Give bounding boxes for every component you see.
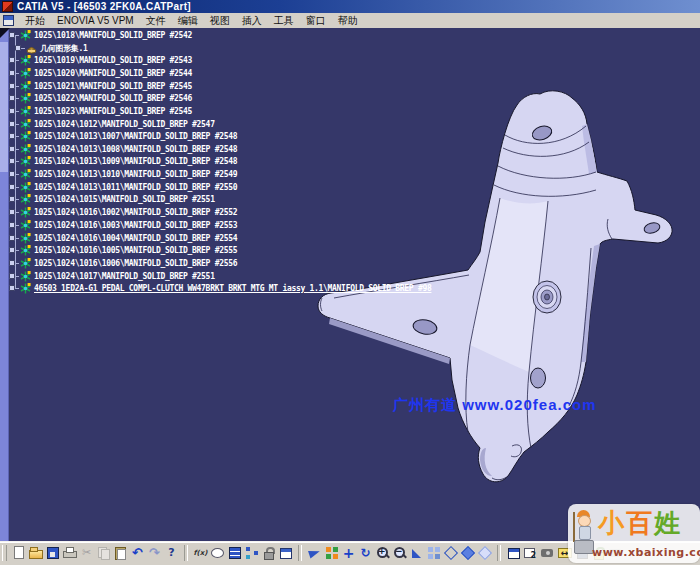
- tree-item[interactable]: 几何图形集.1: [18, 42, 88, 54]
- tree-item[interactable]: 1025\1024\1013\1008\MANIFOLD_SOLID_BREP …: [12, 143, 237, 155]
- tree-item-label: 1025\1024\1017\MANIFOLD_SOLID_BREP #2551: [34, 272, 215, 281]
- 3d-viewport[interactable]: 1025\1018\MANIFOLD_SOLID_BREP #2542 几何图形…: [0, 28, 700, 541]
- wireframe-view-icon[interactable]: [477, 545, 492, 560]
- cut-icon[interactable]: ✂: [79, 545, 94, 560]
- tree-item[interactable]: 1025\1024\1017\MANIFOLD_SOLID_BREP #2551: [12, 270, 215, 282]
- menu-view[interactable]: 视图: [204, 13, 236, 29]
- menu-insert[interactable]: 插入: [236, 13, 268, 29]
- tree-branch[interactable]: [12, 111, 19, 112]
- tree-item-label: 1025\1021\MANIFOLD_SOLID_BREP #2545: [34, 82, 192, 91]
- tree-branch[interactable]: [12, 60, 19, 61]
- fly-mode-icon[interactable]: [307, 545, 322, 560]
- structure-tree-icon[interactable]: [244, 545, 259, 560]
- tree-item[interactable]: 1025\1020\MANIFOLD_SOLID_BREP #2544: [12, 67, 192, 79]
- tree-branch[interactable]: [12, 263, 19, 264]
- toolbar-separator: [298, 545, 302, 561]
- menu-window[interactable]: 窗口: [300, 13, 332, 29]
- fit-all-in-icon[interactable]: [324, 545, 339, 560]
- tree-item[interactable]: 1025\1018\MANIFOLD_SOLID_BREP #2542: [12, 29, 192, 41]
- solid-brep-icon: [20, 271, 31, 282]
- tree-branch[interactable]: [12, 124, 19, 125]
- tree-item[interactable]: 1025\1024\1016\1002\MANIFOLD_SOLID_BREP …: [12, 206, 237, 218]
- brand-url: www.xbaixing.com: [592, 546, 700, 559]
- tree-branch[interactable]: [18, 48, 25, 49]
- solid-brep-icon: [20, 106, 31, 117]
- redo-icon[interactable]: ↷: [147, 545, 162, 560]
- copy-icon[interactable]: [96, 545, 111, 560]
- tree-item[interactable]: 1025\1022\MANIFOLD_SOLID_BREP #2546: [12, 92, 192, 104]
- tree-item[interactable]: 1025\1019\MANIFOLD_SOLID_BREP #2543: [12, 54, 192, 66]
- tree-item[interactable]: 1025\1024\1016\1004\MANIFOLD_SOLID_BREP …: [12, 232, 237, 244]
- tree-branch[interactable]: [12, 187, 19, 188]
- tree-branch[interactable]: [12, 276, 19, 277]
- pan-icon[interactable]: +: [341, 545, 356, 560]
- tree-item-label: 46503 1ED2A-G1 PEDAL COMPL-CLUTCH WW47BR…: [34, 284, 431, 293]
- tree-item[interactable]: 1025\1024\1013\1010\MANIFOLD_SOLID_BREP …: [12, 168, 237, 180]
- tree-item[interactable]: 1025\1024\1013\1009\MANIFOLD_SOLID_BREP …: [12, 155, 237, 167]
- print-icon[interactable]: [62, 545, 77, 560]
- menu-tools[interactable]: 工具: [268, 13, 300, 29]
- tree-branch[interactable]: [12, 73, 19, 74]
- lock-gray-icon[interactable]: [261, 545, 276, 560]
- document-icon[interactable]: [3, 15, 14, 26]
- tree-branch[interactable]: [12, 161, 19, 162]
- tree-item[interactable]: 1025\1024\1016\1005\MANIFOLD_SOLID_BREP …: [12, 244, 237, 256]
- paste-icon[interactable]: [113, 545, 128, 560]
- tree-item[interactable]: 1025\1024\1016\1006\MANIFOLD_SOLID_BREP …: [12, 257, 237, 269]
- tree-item[interactable]: 1025\1024\1013\1011\MANIFOLD_SOLID_BREP …: [12, 181, 237, 193]
- solid-brep-icon: [20, 194, 31, 205]
- menu-enovia[interactable]: ENOVIA V5 VPM: [51, 14, 140, 27]
- whats-this-help-icon[interactable]: ?: [164, 545, 179, 560]
- tree-branch[interactable]: [12, 86, 19, 87]
- camera-icon[interactable]: [540, 545, 555, 560]
- new-window-icon[interactable]: [278, 545, 293, 560]
- window-view-icon[interactable]: [506, 545, 521, 560]
- menu-start[interactable]: 开始: [19, 13, 51, 29]
- tree-branch[interactable]: [12, 35, 19, 36]
- tree-item-label: 1025\1024\1013\1008\MANIFOLD_SOLID_BREP …: [34, 145, 237, 154]
- tree-item[interactable]: 1025\1024\1015\MANIFOLD_SOLID_BREP #2551: [12, 193, 215, 205]
- shaded-view-icon[interactable]: [460, 545, 475, 560]
- menu-help[interactable]: 帮助: [332, 13, 364, 29]
- tree-item[interactable]: 1025\1024\1016\1003\MANIFOLD_SOLID_BREP …: [12, 219, 237, 231]
- tree-branch[interactable]: [12, 238, 19, 239]
- tree-branch[interactable]: [12, 174, 19, 175]
- tree-branch[interactable]: [12, 225, 19, 226]
- isometric-view-icon[interactable]: [443, 545, 458, 560]
- save-icon[interactable]: [45, 545, 60, 560]
- chat-bubble-icon[interactable]: [210, 545, 225, 560]
- new-document-icon[interactable]: [11, 545, 26, 560]
- secondary-window-icon[interactable]: 2: [523, 545, 538, 560]
- tree-branch[interactable]: [12, 136, 19, 137]
- tree-item-label: 1025\1019\MANIFOLD_SOLID_BREP #2543: [34, 56, 192, 65]
- tree-item[interactable]: 1025\1024\1013\1007\MANIFOLD_SOLID_BREP …: [12, 130, 237, 142]
- tree-item-label: 1025\1023\MANIFOLD_SOLID_BREP #2545: [34, 107, 192, 116]
- tree-item[interactable]: 1025\1023\MANIFOLD_SOLID_BREP #2545: [12, 105, 192, 117]
- tree-branch[interactable]: [12, 250, 19, 251]
- zoom-in-icon[interactable]: +: [375, 545, 390, 560]
- solid-brep-icon: [20, 68, 31, 79]
- tree-branch[interactable]: [12, 212, 19, 213]
- calculator-grid-icon[interactable]: [227, 545, 242, 560]
- zoom-out-icon[interactable]: −: [392, 545, 407, 560]
- quick-view-icon[interactable]: [426, 545, 441, 560]
- tree-branch[interactable]: [12, 288, 19, 289]
- toolbar-drag-handle[interactable]: [2, 545, 7, 561]
- tree-item[interactable]: 1025\1024\1012\MANIFOLD_SOLID_BREP #2547: [12, 118, 215, 130]
- tree-branch[interactable]: [12, 199, 19, 200]
- open-file-icon[interactable]: [28, 545, 43, 560]
- tree-branch[interactable]: [12, 149, 19, 150]
- toolbar-separator: [497, 545, 501, 561]
- normal-view-icon[interactable]: [409, 545, 424, 560]
- undo-icon[interactable]: ↶: [130, 545, 145, 560]
- menu-edit[interactable]: 编辑: [172, 13, 204, 29]
- solid-brep-icon: [20, 81, 31, 92]
- menu-file[interactable]: 文件: [140, 13, 172, 29]
- formula-fx-icon[interactable]: f(x): [193, 545, 208, 560]
- tree-item[interactable]: 1025\1021\MANIFOLD_SOLID_BREP #2545: [12, 80, 192, 92]
- tree-item-selected[interactable]: 46503 1ED2A-G1 PEDAL COMPL-CLUTCH WW47BR…: [12, 282, 431, 294]
- rotate-view-icon[interactable]: ↻: [358, 545, 373, 560]
- geometric-set-icon: [26, 43, 37, 54]
- tree-branch[interactable]: [12, 98, 19, 99]
- solid-brep-icon: [20, 233, 31, 244]
